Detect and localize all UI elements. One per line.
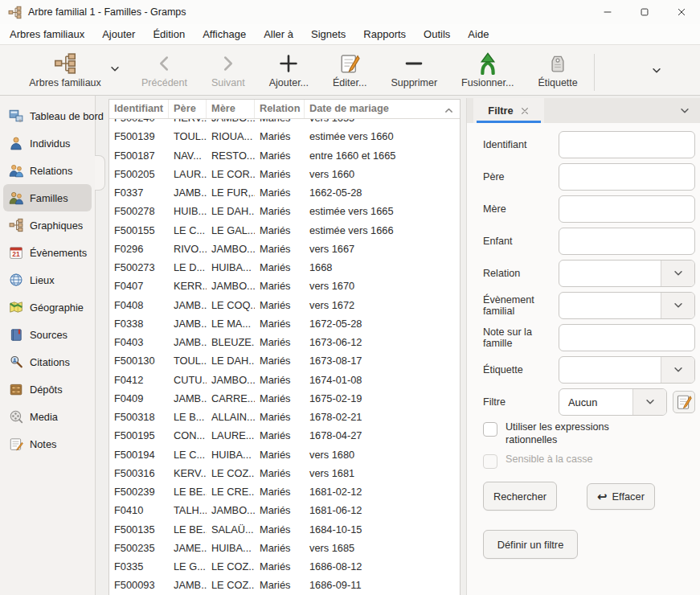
table-row[interactable]: F500205LAUR...LE COR...Mariésvers 1660: [109, 165, 460, 183]
filtre-dropdown[interactable]: Aucun: [559, 388, 667, 416]
table-row[interactable]: F0409JAMB...CARRE...Mariés1675-02-19: [109, 389, 460, 408]
chevron-down-icon[interactable]: [661, 357, 694, 383]
pere-field[interactable]: [559, 163, 695, 191]
chevron-down-icon[interactable]: [109, 64, 121, 75]
chevron-down-icon[interactable]: [661, 293, 694, 318]
chevron-down-icon[interactable]: [679, 105, 690, 117]
sidebar-item-relations[interactable]: Relations: [3, 157, 92, 184]
search-button[interactable]: Rechercher: [483, 482, 557, 511]
table-row[interactable]: F500194LE C...HUIBA...Mariésvers 1680: [109, 445, 460, 464]
table-row[interactable]: F500139TOUL...RIOUA...Mariésestimée vers…: [109, 127, 460, 146]
table-row[interactable]: F0296RIVO...JAMBO...Mariésvers 1667: [109, 240, 460, 258]
toolbar-merge-button[interactable]: Fusionner...: [455, 49, 520, 90]
relation-dropdown[interactable]: [559, 260, 695, 287]
table-row[interactable]: F0335LE G...LE COZ...Mariés1686-08-12: [109, 557, 460, 576]
table-row[interactable]: F500235JAME...HUIBA...Mariésvers 1685: [109, 539, 460, 557]
toolbar-family-trees-button[interactable]: Arbres familiaux: [6, 49, 124, 90]
window-maximize-icon[interactable]: [626, 0, 663, 24]
toolbar-back-button[interactable]: Précédent: [135, 49, 194, 90]
table-row[interactable]: F0412CUTU...JAMBO...Mariés1674-01-08: [109, 371, 460, 389]
menu-aller-a[interactable]: Aller à: [255, 25, 302, 43]
table-row[interactable]: F500187NAV...RESTO...Mariésentre 1660 et…: [109, 146, 460, 165]
sidebar-item-notes[interactable]: Notes: [3, 430, 92, 458]
table-row[interactable]: F500273LE D...HUIBA...Mariés1668: [109, 258, 460, 277]
table-row[interactable]: F500318LE B...ALLAIN...Mariés1678-02-21: [109, 408, 460, 426]
table-row[interactable]: F500278HUIB...LE DAH...Mariésestimée ver…: [109, 202, 460, 220]
table-cell: RESTO...: [207, 146, 255, 165]
sidebar-item-graphiques[interactable]: Graphiques: [3, 211, 92, 239]
sidebar-item-label: Media: [30, 411, 58, 423]
menu-rapports[interactable]: Rapports: [354, 25, 415, 43]
sidebar-item-label: Individus: [30, 137, 71, 150]
sidebar-item-lieux[interactable]: Lieux: [3, 266, 92, 293]
toolbar-button-label: Suivant: [211, 77, 245, 88]
sidebar-item-evenements[interactable]: 21Évènements: [3, 239, 92, 266]
window-minimize-icon[interactable]: [589, 0, 626, 24]
sidebar-item-sources[interactable]: Sources: [3, 321, 92, 348]
menu-affichage[interactable]: Affichage: [194, 25, 255, 43]
table-row[interactable]: F0408JAMB...LE COQ...Mariésvers 1672: [109, 296, 460, 314]
clear-button[interactable]: ↩ Effacer: [587, 483, 655, 510]
filter-row: Note sur la famille: [483, 324, 695, 351]
sidebar-resize-handle[interactable]: [95, 155, 105, 191]
table-cell: SALAÜ...: [207, 520, 255, 539]
close-icon[interactable]: [520, 106, 530, 116]
table-row[interactable]: F0338JAMB...LE MA...Mariés1672-05-28: [109, 314, 460, 333]
table-row[interactable]: F500239LE BE...LE CRE...Mariés1681-02-12: [109, 482, 460, 501]
table-row[interactable]: F500093JAMB...LE COZ...Mariés1686-09-11: [109, 576, 460, 594]
utiliser-les-expressions-rationnelles-checkbox[interactable]: [483, 422, 497, 437]
table-row[interactable]: F500195CON...LAURE...Mariés1678-04-27: [109, 426, 460, 445]
table-cell: vers 1670: [305, 277, 460, 295]
toolbar-add-button[interactable]: Ajouter...: [263, 49, 315, 90]
sidebar-item-tableau-de-bord[interactable]: Tableau de bord: [3, 102, 92, 129]
column-header-5[interactable]: Date de mariage: [305, 100, 460, 118]
table-row[interactable]: F500135LE BE...SALAÜ...Mariés1684-10-15: [109, 520, 460, 539]
table-row[interactable]: F0403JAMB...BLEUZE...Mariés1673-06-12: [109, 333, 460, 351]
table-cell: 1668: [305, 258, 460, 277]
sidebar-item-depots[interactable]: Dépôts: [3, 375, 92, 403]
table-row[interactable]: F500130TOUL...LE DAH...Mariés1673-08-17: [109, 351, 460, 370]
sidebar-item-geographie[interactable]: Géographie: [3, 293, 92, 321]
evenement-familial-dropdown[interactable]: [559, 292, 695, 319]
chevron-down-icon[interactable]: [651, 65, 662, 76]
merge-arrow-icon: [477, 51, 499, 76]
column-header-4[interactable]: Relation: [255, 100, 305, 118]
sidebar-item-citations[interactable]: Citations: [3, 348, 92, 375]
tab-filtre[interactable]: Filtre: [473, 98, 544, 123]
table-cell: CUTU...: [169, 371, 207, 389]
identifiant-field[interactable]: [559, 131, 695, 158]
toolbar-forward-button[interactable]: Suivant: [205, 49, 252, 90]
menu-edition[interactable]: Édition: [144, 25, 194, 43]
citation-icon: [9, 355, 23, 369]
chevron-down-icon[interactable]: [661, 261, 694, 286]
sidebar-item-individus[interactable]: Individus: [3, 129, 92, 157]
note-sur-la-famille-field[interactable]: [559, 324, 695, 351]
table-row[interactable]: F0410TALH...JAMBO...Mariés1681-06-12: [109, 501, 460, 519]
filter-field-label: Filtre: [483, 396, 559, 408]
table-cell: F0407: [109, 277, 169, 295]
table-row[interactable]: F0337JAMB...LE FUR,...Mariés1662-05-28: [109, 183, 460, 202]
menu-arbres-familiaux[interactable]: Arbres familiaux: [1, 25, 93, 43]
enfant-field[interactable]: [559, 228, 695, 255]
chevron-down-icon[interactable]: [632, 389, 666, 415]
menu-outils[interactable]: Outils: [415, 25, 459, 43]
mere-field[interactable]: [559, 195, 695, 223]
table-row[interactable]: F0407KERR...JAMBO...Mariésvers 1670: [109, 277, 460, 295]
sidebar-item-media[interactable]: Media: [3, 403, 92, 430]
toolbar-tag-button[interactable]: Étiquette: [531, 49, 583, 90]
column-header-3[interactable]: Mère: [207, 100, 255, 118]
column-header-1[interactable]: Identifiant: [109, 100, 169, 118]
toolbar-edit-button[interactable]: Éditer...: [326, 49, 373, 90]
etiquette-dropdown[interactable]: [559, 356, 695, 384]
edit-filter-button[interactable]: [673, 391, 695, 413]
window-close-icon[interactable]: [663, 0, 700, 24]
sidebar-item-familles[interactable]: Familles: [3, 184, 92, 211]
table-row[interactable]: F500155LE C...LE GAL...Mariésestimée ver…: [109, 221, 460, 240]
table-row[interactable]: F500316KERV...LE COZ...Mariésvers 1681: [109, 464, 460, 482]
menu-signets[interactable]: Signets: [302, 25, 354, 43]
column-header-2[interactable]: Père: [169, 100, 207, 118]
menu-ajouter[interactable]: Ajouter: [93, 25, 144, 43]
menu-aide[interactable]: Aide: [459, 25, 497, 43]
toolbar-delete-button[interactable]: Supprimer: [384, 49, 444, 90]
define-filter-button[interactable]: Définir un filtre: [483, 530, 578, 559]
